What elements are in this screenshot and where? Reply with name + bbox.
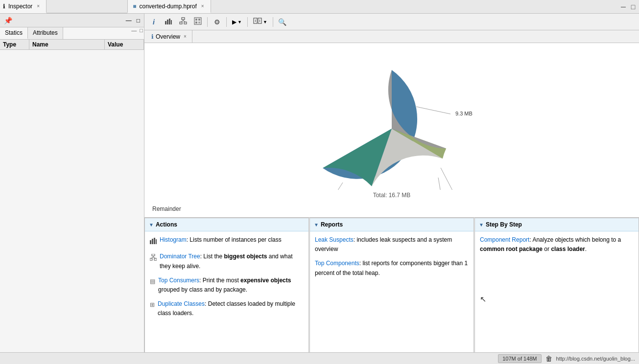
minimize-panel-icon[interactable]: —: [126, 17, 132, 24]
componentreport-link[interactable]: Component Report: [480, 236, 529, 243]
actions-arrow: ▼: [149, 222, 154, 228]
trash-icon[interactable]: 🗑: [545, 355, 552, 363]
componentreport-desc3: .: [585, 246, 587, 252]
statics-maximize-btn[interactable]: □: [139, 27, 144, 39]
pie-chart: 9.3 MB 5 MB 2.3 MB 123.7 KB: [245, 53, 539, 190]
svg-rect-25: [154, 238, 155, 244]
componentreport-bold1: common root package: [480, 246, 543, 252]
svg-rect-5: [180, 22, 182, 24]
cursor-area: ↖: [480, 293, 634, 306]
heap-dropdown-arrow: ▼: [237, 20, 242, 24]
toolbar-sep-3: [247, 17, 248, 27]
search-toolbar-btn[interactable]: 🔍: [276, 16, 289, 28]
domtree-desc: : List the: [200, 253, 224, 260]
minimize-button[interactable]: ─: [619, 3, 627, 11]
reports-panel: ▼ Reports Leak Suspects: includes leak s…: [309, 218, 474, 364]
chart-area: 9.3 MB 5 MB 2.3 MB 123.7 KB Total: 16.7 …: [144, 43, 639, 204]
svg-rect-3: [171, 20, 172, 24]
info-toolbar-btn[interactable]: i: [147, 16, 160, 28]
dupclasses-action-icon: ⊞: [150, 300, 155, 310]
actions-content: Histogram: Lists number of instances per…: [145, 231, 308, 364]
inspector-tab-icon: ℹ: [3, 3, 5, 10]
svg-rect-12: [198, 19, 200, 21]
leaksuspects-action: Leak Suspects: includes leak suspects an…: [315, 235, 469, 254]
svg-rect-23: [150, 240, 151, 244]
search-icon: 🔍: [278, 18, 286, 26]
overview-tab-bar: ℹ Overview ×: [144, 30, 639, 43]
attributes-tab[interactable]: Attributes: [28, 27, 63, 39]
reports-content: Leak Suspects: includes leak suspects an…: [310, 231, 473, 364]
svg-rect-28: [150, 258, 152, 260]
reports-title: Reports: [321, 221, 343, 228]
inspector-tab[interactable]: ℹ Inspector ×: [0, 0, 47, 13]
compare-dropdown[interactable]: ▼: [251, 16, 270, 28]
domtree-action: Dominator Tree: List the biggest objects…: [150, 252, 304, 271]
inspector-tab-close[interactable]: ×: [35, 3, 41, 9]
toolbar-sep-4: [273, 17, 273, 27]
pin-icon: 📌: [4, 17, 12, 24]
overview-tab[interactable]: ℹ Overview ×: [147, 30, 192, 43]
actions-title: Actions: [156, 221, 177, 228]
componentreport-desc2: or: [543, 246, 551, 252]
svg-rect-13: [195, 22, 197, 23]
svg-rect-4: [182, 18, 185, 20]
svg-line-22: [438, 178, 446, 190]
maximize-panel-icon[interactable]: □: [137, 17, 140, 24]
stepbystep-panel: ▼ Step By Step Component Report: Analyze…: [474, 218, 639, 364]
dupclasses-action: ⊞ Duplicate Classes: Detect classes load…: [150, 299, 304, 318]
toolbar-sep-2: [226, 17, 227, 27]
chart-total: Total: 16.7 MB: [373, 192, 411, 199]
heap-dropdown[interactable]: ▶ ▼: [230, 17, 244, 27]
svg-rect-24: [152, 239, 153, 244]
svg-rect-27: [152, 254, 155, 256]
inspector-tab-label: Inspector: [8, 3, 32, 10]
svg-rect-14: [198, 22, 200, 23]
histogram-link[interactable]: Histogram: [160, 236, 187, 243]
topconsumers-desc: : Print the most: [199, 277, 240, 284]
info-icon: i: [153, 18, 155, 26]
overview-tab-close[interactable]: ×: [182, 33, 188, 40]
domtree-toolbar-btn[interactable]: [177, 16, 189, 28]
svg-rect-11: [195, 19, 197, 21]
compare-dropdown-arrow: ▼: [263, 20, 267, 24]
reports-header: ▼ Reports: [310, 218, 473, 231]
stepbystep-header: ▼ Step By Step: [475, 218, 639, 231]
file-tab-label: converted-dump.hprof: [139, 3, 196, 10]
file-tab-icon: ■: [133, 3, 136, 10]
col-type-header: Type: [0, 40, 29, 49]
leaksuspects-link[interactable]: Leak Suspects: [315, 236, 354, 243]
status-bar: 107M of 148M 🗑 http://blog.csdn.net/guol…: [0, 352, 639, 364]
toolbar-sep-1: [207, 17, 208, 27]
play-icon: ▶: [232, 19, 237, 25]
settings-toolbar-btn[interactable]: ⚙: [211, 16, 223, 28]
svg-rect-2: [169, 19, 170, 24]
svg-rect-26: [156, 239, 157, 244]
domtree-icon: [179, 17, 187, 26]
dupclasses-link[interactable]: Duplicate Classes: [158, 300, 205, 307]
topconsumers-desc2: grouped by class and by package.: [158, 286, 247, 293]
stepbystep-title: Step By Step: [486, 221, 522, 228]
col-value-header: Value: [105, 40, 144, 49]
histogram-action: Histogram: Lists number of instances per…: [150, 235, 304, 247]
main-toolbar: i: [144, 14, 639, 30]
topconsumers-link[interactable]: Top Consumers: [158, 277, 199, 284]
topcomponents-link[interactable]: Top Components: [315, 260, 359, 267]
histogram-icon: [165, 17, 172, 26]
oql-icon: [194, 17, 202, 26]
maximize-button[interactable]: □: [629, 3, 637, 11]
file-tab[interactable]: ■ converted-dump.hprof ×: [127, 0, 211, 13]
file-tab-close[interactable]: ×: [200, 3, 206, 9]
svg-rect-0: [165, 21, 166, 24]
stepbystep-content: Component Report: Analyze objects which …: [475, 231, 639, 364]
statics-minimize-btn[interactable]: —: [130, 27, 138, 39]
statics-tab[interactable]: Statics: [0, 27, 28, 39]
componentreport-desc: : Analyze objects which belong to a: [529, 236, 621, 243]
histogram-action-icon: [150, 236, 157, 247]
oql-toolbar-btn[interactable]: [191, 16, 204, 28]
domtree-bold: biggest objects: [224, 253, 267, 260]
topcomponents-action: Top Components: list reports for compone…: [315, 259, 469, 277]
col-name-header: Name: [29, 40, 105, 49]
histogram-toolbar-btn[interactable]: [162, 16, 175, 28]
domtree-link[interactable]: Dominator Tree: [160, 253, 200, 260]
svg-rect-1: [167, 20, 168, 24]
